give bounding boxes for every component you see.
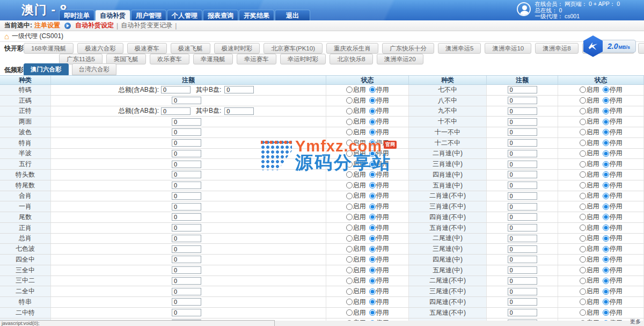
enable-option[interactable]: 启用 bbox=[580, 202, 599, 211]
enable-option[interactable]: 启用 bbox=[346, 128, 366, 137]
enable-radio[interactable] bbox=[346, 246, 353, 252]
enable-option[interactable]: 启用 bbox=[580, 308, 599, 317]
nav-tab-退出[interactable]: 退出 bbox=[275, 10, 310, 20]
more-link[interactable]: 更多 bbox=[630, 318, 641, 325]
amount-input[interactable] bbox=[508, 256, 537, 263]
enable-option[interactable]: 启用 bbox=[346, 85, 366, 95]
enable-radio[interactable] bbox=[580, 235, 586, 242]
nav-tab-报表查询[interactable]: 报表查询 bbox=[203, 10, 238, 20]
disable-radio[interactable] bbox=[369, 182, 376, 189]
enable-radio[interactable] bbox=[346, 182, 353, 189]
enable-radio[interactable] bbox=[346, 320, 353, 321]
disable-option[interactable]: 停用 bbox=[603, 128, 623, 137]
disable-radio[interactable] bbox=[369, 309, 376, 316]
enable-radio[interactable] bbox=[580, 246, 586, 252]
nav-tab-开奖结果[interactable]: 开奖结果 bbox=[239, 10, 274, 20]
enable-option[interactable]: 启用 bbox=[346, 149, 366, 158]
enable-radio[interactable] bbox=[346, 97, 353, 104]
amount-input[interactable] bbox=[508, 107, 537, 115]
disable-radio[interactable] bbox=[603, 224, 609, 231]
game-button[interactable]: 广东11选5 bbox=[59, 54, 103, 64]
game-button[interactable]: 澳洲幸运20 bbox=[377, 54, 423, 64]
nav-tab-即时注单[interactable]: 即时注单 bbox=[59, 10, 94, 20]
enable-radio[interactable] bbox=[580, 161, 586, 168]
disable-option[interactable]: 停用 bbox=[369, 139, 389, 148]
disable-radio[interactable] bbox=[603, 256, 609, 263]
amount-input[interactable] bbox=[172, 182, 201, 189]
amount-input[interactable] bbox=[508, 150, 537, 157]
enable-radio[interactable] bbox=[346, 256, 353, 263]
disable-radio[interactable] bbox=[603, 193, 609, 199]
enable-radio[interactable] bbox=[346, 171, 353, 178]
enable-option[interactable]: 启用 bbox=[580, 223, 599, 233]
game-button[interactable]: 澳洲幸运10 bbox=[485, 43, 531, 54]
amount-input[interactable] bbox=[508, 192, 537, 200]
disable-option[interactable]: 停用 bbox=[603, 298, 623, 307]
enable-option[interactable]: 启用 bbox=[346, 234, 366, 243]
disable-option[interactable]: 停用 bbox=[603, 202, 623, 211]
disable-radio[interactable] bbox=[369, 224, 376, 231]
disable-radio[interactable] bbox=[369, 171, 376, 178]
enable-option[interactable]: 启用 bbox=[346, 287, 366, 296]
enable-radio[interactable] bbox=[580, 97, 586, 104]
game-button[interactable]: 极速六合彩 bbox=[77, 43, 123, 54]
disable-option[interactable]: 停用 bbox=[603, 139, 623, 148]
disable-option[interactable]: 停用 bbox=[369, 308, 389, 317]
disable-option[interactable]: 停用 bbox=[603, 234, 623, 243]
enable-radio[interactable] bbox=[580, 320, 586, 321]
enable-option[interactable]: 启用 bbox=[346, 191, 366, 200]
amount-input[interactable] bbox=[508, 86, 537, 93]
enable-radio[interactable] bbox=[346, 299, 353, 305]
disable-radio[interactable] bbox=[369, 256, 376, 263]
amount-input[interactable] bbox=[508, 97, 537, 104]
enable-radio[interactable] bbox=[346, 224, 353, 231]
enable-option[interactable]: 启用 bbox=[580, 117, 599, 126]
enable-option[interactable]: 启用 bbox=[580, 266, 599, 275]
disable-option[interactable]: 停用 bbox=[369, 85, 389, 95]
auto-restock-setting-link[interactable]: 自动补货设定 bbox=[75, 21, 114, 30]
nav-tab-个人管理[interactable]: 个人管理 bbox=[167, 10, 202, 20]
enable-option[interactable]: 启用 bbox=[346, 181, 366, 190]
amount-input[interactable] bbox=[224, 107, 254, 115]
enable-radio[interactable] bbox=[580, 86, 586, 93]
enable-option[interactable]: 启用 bbox=[346, 298, 366, 307]
disable-radio[interactable] bbox=[603, 288, 609, 295]
amount-input[interactable] bbox=[508, 309, 537, 316]
game-button[interactable]: 北京快乐8 bbox=[330, 54, 372, 64]
enable-radio[interactable] bbox=[580, 140, 586, 146]
amount-input[interactable] bbox=[508, 224, 537, 231]
enable-radio[interactable] bbox=[346, 204, 353, 210]
disable-radio[interactable] bbox=[603, 309, 609, 316]
disable-radio[interactable] bbox=[369, 129, 376, 135]
enable-option[interactable]: 启用 bbox=[346, 318, 366, 321]
disable-radio[interactable] bbox=[603, 140, 609, 146]
enable-radio[interactable] bbox=[346, 267, 353, 273]
disable-option[interactable]: 停用 bbox=[369, 276, 389, 285]
enable-option[interactable]: 启用 bbox=[346, 160, 366, 169]
game-button[interactable]: 北京赛车(PK10) bbox=[264, 43, 323, 54]
enable-option[interactable]: 启用 bbox=[346, 223, 366, 233]
disable-option[interactable]: 停用 bbox=[603, 149, 623, 158]
amount-input[interactable] bbox=[172, 298, 201, 306]
enable-radio[interactable] bbox=[346, 150, 353, 157]
amount-input[interactable] bbox=[172, 213, 201, 221]
amount-input[interactable] bbox=[508, 171, 537, 178]
enable-option[interactable]: 启用 bbox=[580, 255, 599, 264]
disable-option[interactable]: 停用 bbox=[603, 160, 623, 169]
amount-input[interactable] bbox=[508, 245, 537, 253]
disable-radio[interactable] bbox=[603, 267, 609, 273]
amount-input[interactable] bbox=[508, 118, 537, 126]
enable-option[interactable]: 启用 bbox=[580, 298, 599, 307]
disable-radio[interactable] bbox=[603, 150, 609, 157]
disable-option[interactable]: 停用 bbox=[603, 308, 623, 317]
disable-radio[interactable] bbox=[369, 267, 376, 273]
game-button[interactable]: 广东快乐十分 bbox=[382, 43, 434, 54]
disable-radio[interactable] bbox=[369, 193, 376, 199]
amount-input[interactable] bbox=[508, 161, 537, 168]
disable-radio[interactable] bbox=[603, 299, 609, 305]
enable-radio[interactable] bbox=[580, 278, 586, 284]
disable-option[interactable]: 停用 bbox=[369, 96, 389, 105]
enable-radio[interactable] bbox=[346, 309, 353, 316]
disable-radio[interactable] bbox=[603, 214, 609, 220]
disable-radio[interactable] bbox=[603, 278, 609, 284]
